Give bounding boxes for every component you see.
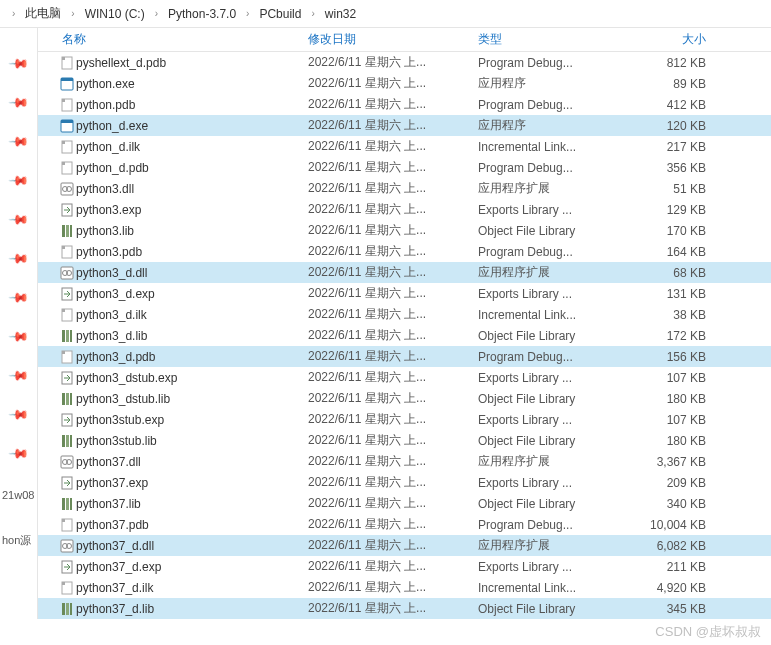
file-row[interactable]: python37_d.ilk2022/6/11 星期六 上...Incremen… xyxy=(38,577,771,598)
sidebar-label[interactable]: hon源 xyxy=(0,529,37,552)
pdb-file-icon xyxy=(58,55,76,71)
file-row[interactable]: python3_d.exp2022/6/11 星期六 上...Exports L… xyxy=(38,283,771,304)
pdb-file-icon xyxy=(58,349,76,365)
svg-rect-39 xyxy=(70,498,72,510)
file-type: Incremental Link... xyxy=(478,308,628,322)
pin-icon: 📌 xyxy=(8,365,30,387)
file-name: python3.dll xyxy=(76,182,308,196)
file-row[interactable]: python3_d.lib2022/6/11 星期六 上...Object Fi… xyxy=(38,325,771,346)
file-size: 412 KB xyxy=(628,98,718,112)
file-row[interactable]: python37.exp2022/6/11 星期六 上...Exports Li… xyxy=(38,472,771,493)
lib-file-icon xyxy=(58,433,76,449)
file-size: 107 KB xyxy=(628,413,718,427)
file-name: python3_dstub.lib xyxy=(76,392,308,406)
file-row[interactable]: python_d.pdb2022/6/11 星期六 上...Program De… xyxy=(38,157,771,178)
column-name[interactable]: 名称 xyxy=(58,31,308,48)
file-row[interactable]: python3.lib2022/6/11 星期六 上...Object File… xyxy=(38,220,771,241)
svg-rect-23 xyxy=(70,330,72,342)
file-type: Program Debug... xyxy=(478,56,628,70)
dll-file-icon xyxy=(58,265,76,281)
file-date: 2022/6/11 星期六 上... xyxy=(308,390,478,407)
file-list: pyshellext_d.pdb2022/6/11 星期六 上...Progra… xyxy=(38,52,771,619)
file-size: 131 KB xyxy=(628,287,718,301)
file-type: Exports Library ... xyxy=(478,203,628,217)
file-row[interactable]: python3.exp2022/6/11 星期六 上...Exports Lib… xyxy=(38,199,771,220)
file-type: Exports Library ... xyxy=(478,560,628,574)
lib-file-icon xyxy=(58,391,76,407)
file-type: Exports Library ... xyxy=(478,371,628,385)
breadcrumb-item[interactable]: win32 xyxy=(321,5,360,23)
file-row[interactable]: python3_d.ilk2022/6/11 星期六 上...Increment… xyxy=(38,304,771,325)
file-row[interactable]: python3_d.dll2022/6/11 星期六 上...应用程序扩展68 … xyxy=(38,262,771,283)
file-type: 应用程序 xyxy=(478,117,628,134)
file-row[interactable]: python3.pdb2022/6/11 星期六 上...Program Deb… xyxy=(38,241,771,262)
chevron-right-icon: › xyxy=(8,8,19,19)
svg-rect-47 xyxy=(66,603,69,615)
file-size: 340 KB xyxy=(628,497,718,511)
column-type[interactable]: 类型 xyxy=(478,31,628,48)
file-row[interactable]: python.pdb2022/6/11 星期六 上...Program Debu… xyxy=(38,94,771,115)
breadcrumb[interactable]: ›此电脑›WIN10 (C:)›Python-3.7.0›PCbuild›win… xyxy=(0,0,771,28)
file-row[interactable]: python_d.exe2022/6/11 星期六 上...应用程序120 KB xyxy=(38,115,771,136)
file-name: python37.lib xyxy=(76,497,308,511)
file-row[interactable]: python3stub.exp2022/6/11 星期六 上...Exports… xyxy=(38,409,771,430)
file-row[interactable]: python3.dll2022/6/11 星期六 上...应用程序扩展51 KB xyxy=(38,178,771,199)
column-size[interactable]: 大小 xyxy=(628,31,718,48)
pin-icon: 📌 xyxy=(8,404,30,426)
breadcrumb-item[interactable]: WIN10 (C:) xyxy=(81,5,149,23)
chevron-right-icon: › xyxy=(151,8,162,19)
file-date: 2022/6/11 星期六 上... xyxy=(308,327,478,344)
file-type: Object File Library xyxy=(478,329,628,343)
file-name: python.pdb xyxy=(76,98,308,112)
file-name: pyshellext_d.pdb xyxy=(76,56,308,70)
pin-icon: 📌 xyxy=(8,92,30,114)
file-date: 2022/6/11 星期六 上... xyxy=(308,516,478,533)
svg-rect-31 xyxy=(66,435,69,447)
svg-rect-37 xyxy=(62,498,65,510)
file-type: 应用程序扩展 xyxy=(478,264,628,281)
sidebar-label[interactable]: 21w08 xyxy=(0,485,37,505)
file-date: 2022/6/11 星期六 上... xyxy=(308,54,478,71)
file-row[interactable]: python37_d.lib2022/6/11 星期六 上...Object F… xyxy=(38,598,771,619)
lib-file-icon xyxy=(58,601,76,617)
file-row[interactable]: python37_d.dll2022/6/11 星期六 上...应用程序扩展6,… xyxy=(38,535,771,556)
file-row[interactable]: python37.pdb2022/6/11 星期六 上...Program De… xyxy=(38,514,771,535)
file-row[interactable]: python37.dll2022/6/11 星期六 上...应用程序扩展3,36… xyxy=(38,451,771,472)
breadcrumb-item[interactable]: 此电脑 xyxy=(21,3,65,24)
breadcrumb-item[interactable]: Python-3.7.0 xyxy=(164,5,240,23)
file-type: Object File Library xyxy=(478,497,628,511)
quick-access-sidebar: 📌 📌 📌 📌 📌 📌 📌 📌 📌 📌 📌 21w08 hon源 xyxy=(0,28,38,619)
ilk-file-icon xyxy=(58,139,76,155)
file-row[interactable]: python37.lib2022/6/11 星期六 上...Object Fil… xyxy=(38,493,771,514)
file-type: 应用程序扩展 xyxy=(478,453,628,470)
file-row[interactable]: python3stub.lib2022/6/11 星期六 上...Object … xyxy=(38,430,771,451)
file-row[interactable]: python37_d.exp2022/6/11 星期六 上...Exports … xyxy=(38,556,771,577)
file-size: 68 KB xyxy=(628,266,718,280)
file-size: 356 KB xyxy=(628,161,718,175)
exp-file-icon xyxy=(58,286,76,302)
column-date[interactable]: 修改日期 xyxy=(308,31,478,48)
file-size: 211 KB xyxy=(628,560,718,574)
file-date: 2022/6/11 星期六 上... xyxy=(308,579,478,596)
file-date: 2022/6/11 星期六 上... xyxy=(308,75,478,92)
ilk-file-icon xyxy=(58,307,76,323)
breadcrumb-item[interactable]: PCbuild xyxy=(255,5,305,23)
file-row[interactable]: python.exe2022/6/11 星期六 上...应用程序89 KB xyxy=(38,73,771,94)
file-row[interactable]: python3_d.pdb2022/6/11 星期六 上...Program D… xyxy=(38,346,771,367)
file-name: python37.pdb xyxy=(76,518,308,532)
lib-file-icon xyxy=(58,328,76,344)
pdb-file-icon xyxy=(58,160,76,176)
file-row[interactable]: python_d.ilk2022/6/11 星期六 上...Incrementa… xyxy=(38,136,771,157)
file-size: 51 KB xyxy=(628,182,718,196)
file-name: python3stub.lib xyxy=(76,434,308,448)
file-row[interactable]: python3_dstub.exp2022/6/11 星期六 上...Expor… xyxy=(38,367,771,388)
file-date: 2022/6/11 星期六 上... xyxy=(308,138,478,155)
file-size: 180 KB xyxy=(628,392,718,406)
file-date: 2022/6/11 星期六 上... xyxy=(308,411,478,428)
file-size: 345 KB xyxy=(628,602,718,616)
svg-rect-26 xyxy=(62,393,65,405)
file-size: 156 KB xyxy=(628,350,718,364)
lib-file-icon xyxy=(58,496,76,512)
file-row[interactable]: python3_dstub.lib2022/6/11 星期六 上...Objec… xyxy=(38,388,771,409)
file-row[interactable]: pyshellext_d.pdb2022/6/11 星期六 上...Progra… xyxy=(38,52,771,73)
